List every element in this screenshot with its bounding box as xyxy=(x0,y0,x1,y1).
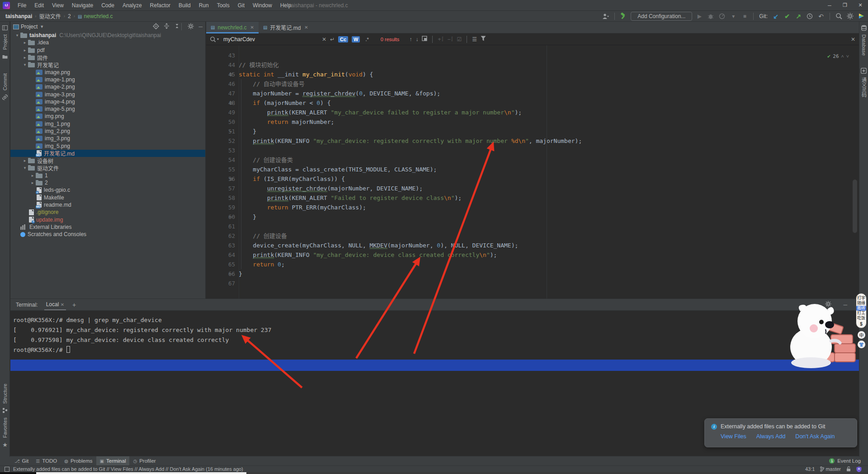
chevron-down-icon[interactable]: ▼ xyxy=(40,24,44,29)
profiler-icon[interactable] xyxy=(718,12,726,20)
fold-marker-icon[interactable]: ⊟ xyxy=(230,70,232,79)
fold-marker-icon[interactable]: ⌐ xyxy=(230,212,232,222)
database-icon[interactable] xyxy=(860,24,868,31)
debug-icon[interactable] xyxy=(707,12,715,20)
breadcrumb-item[interactable]: ▤newchrled.c xyxy=(77,13,113,19)
tree-item-image-4.png[interactable]: image-4.png xyxy=(10,98,205,105)
tree-item-update.img[interactable]: ?update.img xyxy=(10,216,205,223)
tree-item-img_2.png[interactable]: img_2.png xyxy=(10,128,205,135)
toolwindow-button-problems[interactable]: ◍Problems xyxy=(61,456,96,466)
tree-item-leds-gpio.c[interactable]: cleds-gpio.c xyxy=(10,186,205,194)
tree-item-开发笔记.md[interactable]: MD开发笔记.md xyxy=(10,150,205,157)
add-occurrence-icon[interactable]: +⸾ xyxy=(438,36,443,43)
inspection-widget[interactable]: ✔26 ˄˅ xyxy=(827,52,849,61)
match-case-toggle[interactable]: Cc xyxy=(338,36,348,43)
pet-language-button[interactable]: 中 xyxy=(858,331,865,339)
tree-chevron-icon[interactable]: ▸ xyxy=(22,55,28,60)
terminal-tab-local[interactable]: Local ✕ xyxy=(44,301,66,308)
editor-tab[interactable]: ▤开发笔记.md✕ xyxy=(259,22,313,33)
history-icon[interactable] xyxy=(806,12,814,20)
project-panel-title[interactable]: Project xyxy=(21,24,38,30)
fold-marker-icon[interactable]: ⊟ xyxy=(230,98,232,108)
menu-edit[interactable]: Edit xyxy=(30,2,48,9)
tree-item-img_3.png[interactable]: img_3.png xyxy=(10,135,205,142)
menu-refactor[interactable]: Refactor xyxy=(146,2,175,9)
clear-search-icon[interactable]: ✕ xyxy=(322,36,326,43)
close-tab-icon[interactable]: ✕ xyxy=(304,25,308,30)
search-history-chevron-icon[interactable]: ▾ xyxy=(217,37,219,41)
remove-occurrence-icon[interactable]: −⸾ xyxy=(447,36,453,43)
locate-icon[interactable] xyxy=(153,23,159,31)
settings-gear-icon[interactable] xyxy=(846,12,854,20)
minimize-button[interactable]: ─ xyxy=(822,0,837,10)
tree-chevron-icon[interactable]: ▾ xyxy=(22,62,28,67)
tree-item-.gitignore[interactable]: .gitignore xyxy=(10,209,205,216)
tongyi-lingma-icon[interactable] xyxy=(860,67,868,74)
close-search-panel-icon[interactable]: ✕ xyxy=(851,36,855,43)
menu-file[interactable]: File xyxy=(14,2,30,9)
tree-chevron-icon[interactable]: ▸ xyxy=(22,158,28,163)
add-configuration-button[interactable]: Add Configuration... xyxy=(631,12,692,21)
stripe-tongyi-label[interactable]: 通义灵码 xyxy=(860,77,868,97)
menu-git[interactable]: Git xyxy=(234,2,249,9)
git-push-icon[interactable]: ↗ xyxy=(794,12,802,20)
commit-icon[interactable] xyxy=(1,94,9,100)
stripe-project-label[interactable]: Project xyxy=(2,34,8,50)
git-update-icon[interactable]: ↙ xyxy=(772,12,780,20)
run-options-chevron-icon[interactable]: ▾ xyxy=(729,12,737,20)
tree-item-image-1.png[interactable]: image-1.png xyxy=(10,76,205,83)
menu-navigate[interactable]: Navigate xyxy=(68,2,97,9)
stripe-favorites-label[interactable]: Favorites xyxy=(2,417,8,438)
panel-settings-gear-icon[interactable] xyxy=(188,23,194,31)
notification-action-view-files[interactable]: View Files xyxy=(721,433,746,440)
next-occurrence-icon[interactable]: ↓ xyxy=(415,36,418,43)
close-tab-icon[interactable]: ✕ xyxy=(250,25,254,30)
toolwindow-button-profiler[interactable]: ◷Profiler xyxy=(129,456,159,466)
tree-item-taishanpai[interactable]: ▾taishanpaiC:\Users\QINGJUE\Desktop\git\… xyxy=(10,32,205,39)
tree-chevron-icon[interactable]: ▸ xyxy=(29,180,36,185)
tree-item-Makefile[interactable]: Makefile xyxy=(10,194,205,201)
hide-panel-icon[interactable]: ─ xyxy=(198,24,203,30)
close-icon[interactable]: ✕ xyxy=(61,302,64,307)
breadcrumb-item[interactable]: 2 xyxy=(67,13,72,19)
colorful-plugin-icon[interactable] xyxy=(857,12,865,20)
tree-item-固件[interactable]: ▸固件 xyxy=(10,54,205,61)
stop-icon[interactable]: ■ xyxy=(741,12,749,20)
menu-build[interactable]: Build xyxy=(175,2,195,9)
editor-tab[interactable]: ▤newchrled.c✕ xyxy=(206,22,259,33)
expand-all-icon[interactable] xyxy=(164,23,170,30)
menu-analyze[interactable]: Analyze xyxy=(118,2,146,9)
tree-item-pdf[interactable]: ▸pdf xyxy=(10,47,205,54)
menu-tools[interactable]: Tools xyxy=(213,2,234,9)
user-dropdown-icon[interactable] xyxy=(602,12,610,20)
tree-chevron-icon[interactable]: ▸ xyxy=(22,40,28,45)
stripe-commit-label[interactable]: Commit xyxy=(2,73,8,90)
build-hammer-icon[interactable] xyxy=(619,12,627,20)
search-everywhere-icon[interactable] xyxy=(835,12,843,20)
tree-item-img_1.png[interactable]: img_1.png xyxy=(10,120,205,128)
tree-item-Scratches and Consoles[interactable]: Scratches and Consoles xyxy=(10,231,205,238)
toolwindow-button-terminal[interactable]: ▣Terminal xyxy=(96,456,130,466)
fold-marker-icon[interactable]: ⌐ xyxy=(230,127,232,136)
filter-icon[interactable] xyxy=(481,36,486,43)
select-all-occurrences-icon[interactable] xyxy=(422,36,427,43)
search-input[interactable]: myCharCdev xyxy=(223,36,255,43)
plugin-shield-icon[interactable] xyxy=(856,466,862,472)
status-message[interactable]: Externally added files can be added to G… xyxy=(13,466,243,472)
git-commit-icon[interactable]: ✔ xyxy=(783,12,791,20)
previous-occurrence-icon[interactable]: ↑ xyxy=(409,36,412,43)
code-editor[interactable]: ✔26 ˄˅ 4344// 模块初始化45⊟static int __init … xyxy=(206,45,859,299)
menu-run[interactable]: Run xyxy=(195,2,213,9)
run-icon[interactable]: ▶ xyxy=(695,12,703,20)
close-button[interactable]: ✕ xyxy=(853,0,868,10)
tree-chevron-icon[interactable]: ▸ xyxy=(22,48,28,52)
tree-item-设备树[interactable]: ▸设备树 xyxy=(10,157,205,164)
folder-icon[interactable] xyxy=(1,53,9,60)
breadcrumb-item[interactable]: 驱动文件 xyxy=(38,12,62,20)
words-toggle[interactable]: W xyxy=(352,36,360,43)
toolwindow-button-todo[interactable]: ☰TODO xyxy=(32,456,61,466)
tree-item-image-5.png[interactable]: image-5.png xyxy=(10,105,205,113)
tree-item-image-2.png[interactable]: image-2.png xyxy=(10,83,205,90)
structure-icon[interactable] xyxy=(1,408,9,414)
git-branch-widget[interactable]: master xyxy=(820,466,841,472)
